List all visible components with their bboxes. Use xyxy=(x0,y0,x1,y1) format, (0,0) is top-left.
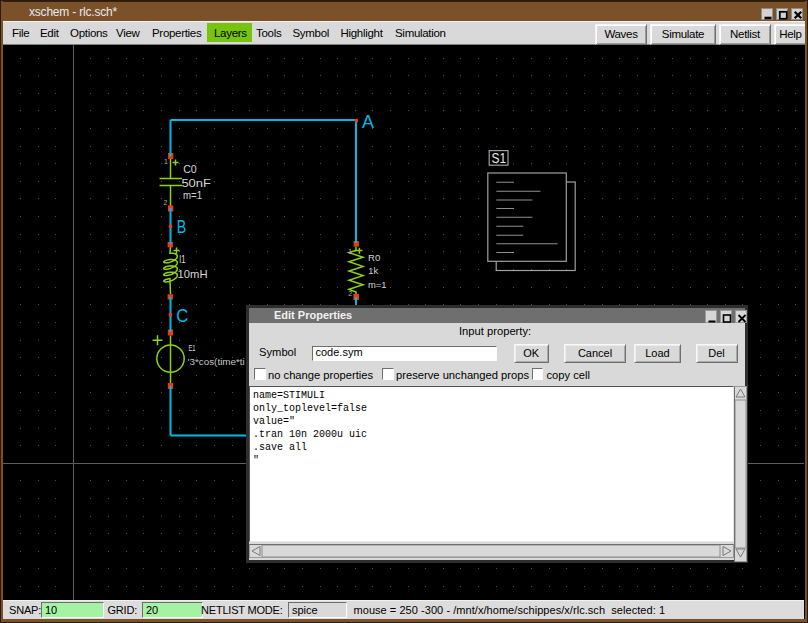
svg-text:S1: S1 xyxy=(492,150,507,166)
svg-text:'3*cos(time*ti: '3*cos(time*ti xyxy=(188,357,245,367)
svg-text:1: 1 xyxy=(348,248,352,255)
svg-text:A: A xyxy=(362,112,374,132)
svg-text:50nF: 50nF xyxy=(181,177,211,189)
svg-text:2: 2 xyxy=(348,290,352,297)
svg-text:1k: 1k xyxy=(368,265,378,276)
svg-text:m=1: m=1 xyxy=(368,279,386,290)
svg-text:1: 1 xyxy=(164,158,168,165)
svg-text:10mH: 10mH xyxy=(178,268,208,280)
svg-text:B: B xyxy=(177,217,187,237)
svg-text:2: 2 xyxy=(164,199,168,206)
svg-text:C0: C0 xyxy=(183,163,197,175)
svg-text:m=1: m=1 xyxy=(183,189,202,201)
svg-text:R0: R0 xyxy=(368,252,380,263)
svg-text:C: C xyxy=(176,306,188,326)
svg-text:E1: E1 xyxy=(188,343,195,353)
svg-text:l1: l1 xyxy=(179,253,186,265)
